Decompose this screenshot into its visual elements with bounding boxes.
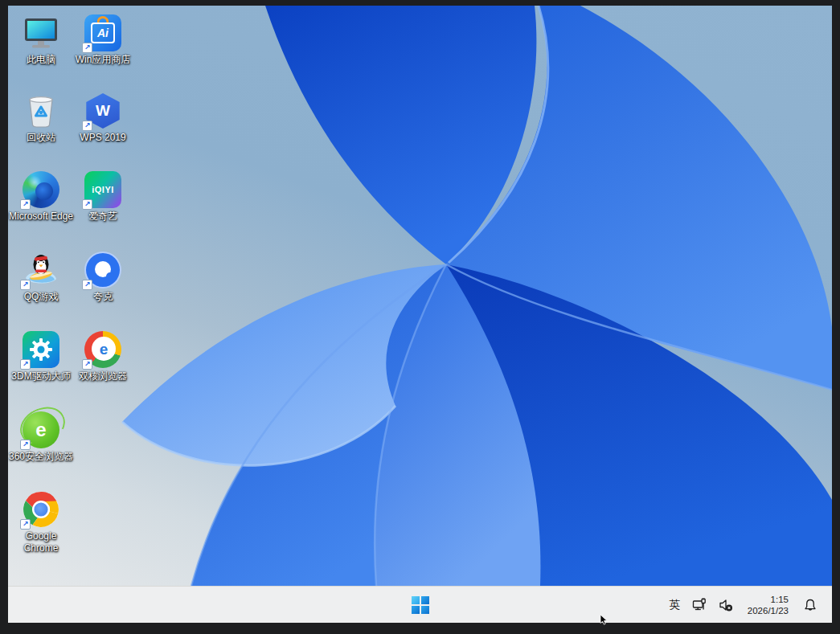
shortcut-arrow-icon: ↗ — [20, 359, 31, 370]
gear-icon — [29, 337, 53, 362]
shortcut-arrow-icon: ↗ — [20, 519, 31, 530]
iqiyi-icon: iQIYI ↗ — [84, 171, 121, 208]
notifications-bell-icon[interactable] — [801, 591, 819, 619]
icon-label: 360安全浏览器 — [9, 451, 73, 463]
windows-logo-icon — [412, 596, 429, 614]
shortcut-arrow-icon: ↗ — [20, 199, 31, 210]
wps-2019-icon: W ↗ — [84, 92, 121, 129]
this-pc-icon — [23, 14, 59, 51]
desktop-icon-qq-games[interactable]: ↗ QQ游戏 — [8, 252, 74, 303]
screen-frame: 此电脑 Ai ↗ Win应用商店 回收站 — [0, 0, 840, 634]
date-text: 2026/1/23 — [748, 605, 789, 616]
shortcut-arrow-icon: ↗ — [82, 280, 92, 290]
quark-icon: ↗ — [84, 252, 121, 288]
icon-label: Google Chrome — [8, 530, 74, 554]
360-e-glyph: e — [35, 420, 46, 440]
system-tray: 英 1:15 — [667, 587, 832, 623]
icon-label: Win应用商店 — [76, 54, 131, 66]
icon-label: 爱奇艺 — [88, 211, 117, 223]
dual-core-e-glyph: e — [92, 337, 116, 361]
time-text: 1:15 — [771, 594, 789, 605]
icon-label: 双核浏览器 — [79, 370, 127, 382]
desktop-icon-recycle-bin[interactable]: 回收站 — [8, 92, 74, 144]
3dm-driver-master-icon: ↗ — [23, 331, 59, 368]
wps-w-glyph: W — [96, 102, 110, 120]
desktop-icon-wps-2019[interactable]: W ↗ WPS 2019 — [70, 92, 136, 144]
shortcut-arrow-icon: ↗ — [82, 199, 92, 210]
desktop-icon-quark[interactable]: ↗ 夸克 — [70, 252, 136, 303]
shortcut-arrow-icon: ↗ — [82, 121, 92, 131]
win-app-store-icon: Ai ↗ — [84, 14, 121, 51]
desktop-icon-this-pc[interactable]: 此电脑 — [8, 14, 74, 66]
desktop-icon-iqiyi[interactable]: iQIYI ↗ 爱奇艺 — [70, 171, 136, 223]
taskbar: 英 1:15 — [8, 586, 832, 623]
volume-muted-icon[interactable] — [717, 591, 735, 619]
shortcut-arrow-icon: ↗ — [82, 359, 92, 370]
icon-label: QQ游戏 — [24, 291, 59, 303]
store-bag: Ai — [91, 22, 115, 43]
network-ethernet-icon[interactable] — [690, 591, 708, 619]
desktop-icon-3dm-driver-master[interactable]: ↗ 3DM驱动大师 — [8, 331, 74, 382]
dual-core-browser-icon: e ↗ — [84, 331, 121, 368]
desktop-icon-360-secure-browser[interactable]: e ↗ 360安全浏览器 — [8, 411, 74, 463]
desktop-icon-win-app-store[interactable]: Ai ↗ Win应用商店 — [70, 14, 136, 66]
icon-label: 回收站 — [27, 132, 55, 144]
icon-label: 夸克 — [93, 291, 113, 303]
desktop-icon-microsoft-edge[interactable]: ↗ Microsoft Edge — [8, 171, 74, 223]
icon-label: Microsoft Edge — [9, 211, 73, 223]
shortcut-arrow-icon: ↗ — [20, 440, 31, 450]
qq-games-icon: ↗ — [23, 252, 59, 288]
start-button[interactable] — [404, 589, 436, 621]
iqiyi-wordmark: iQIYI — [92, 185, 114, 194]
recycle-bin-icon — [23, 92, 59, 129]
clock[interactable]: 1:15 2026/1/23 — [746, 591, 790, 619]
google-chrome-icon: ↗ — [23, 491, 59, 528]
desktop-surface[interactable]: 此电脑 Ai ↗ Win应用商店 回收站 — [8, 6, 832, 586]
shortcut-arrow-icon: ↗ — [82, 43, 92, 53]
shortcut-arrow-icon: ↗ — [20, 280, 31, 290]
microsoft-edge-icon: ↗ — [23, 171, 59, 208]
input-language-indicator[interactable]: 英 — [667, 591, 682, 619]
desktop-icon-google-chrome[interactable]: ↗ Google Chrome — [8, 491, 74, 554]
icon-label: WPS 2019 — [80, 132, 125, 144]
icon-label: 此电脑 — [27, 54, 55, 66]
360-secure-browser-icon: e ↗ — [23, 411, 59, 448]
icon-label: 3DM驱动大师 — [11, 370, 70, 382]
desktop-icon-dual-core-browser[interactable]: e ↗ 双核浏览器 — [70, 331, 136, 382]
